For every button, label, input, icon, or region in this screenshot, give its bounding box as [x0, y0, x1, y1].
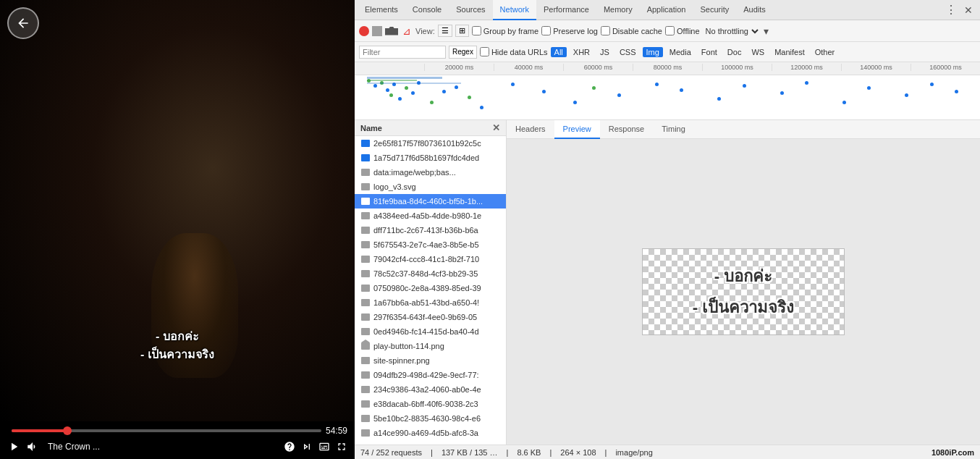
- file-row[interactable]: play-button-114.png: [355, 339, 506, 353]
- close-devtools-button[interactable]: ✕: [960, 3, 977, 17]
- regex-button[interactable]: Regex: [449, 46, 477, 59]
- file-row[interactable]: data:image/webp;bas...: [355, 165, 506, 180]
- status-requests: 74 / 252 requests: [360, 448, 422, 457]
- filter-all[interactable]: All: [551, 47, 567, 57]
- file-row[interactable]: 5be10bc2-8835-4630-98c4-e6: [355, 411, 506, 426]
- file-row[interactable]: e38dacab-6bff-40f6-9038-2c3: [355, 397, 506, 411]
- filter-input[interactable]: [359, 46, 446, 59]
- screenshot-button[interactable]: [385, 27, 398, 35]
- controls-buttons: The Crown ...: [7, 440, 347, 453]
- play-button[interactable]: [7, 440, 20, 453]
- filter-css[interactable]: CSS: [616, 47, 640, 57]
- progress-track[interactable]: [12, 429, 321, 432]
- file-row[interactable]: 0ed4946b-fc14-415d-ba40-4d: [355, 324, 506, 339]
- file-row[interactable]: dff711bc-2c67-413f-b36b-b6a: [355, 223, 506, 237]
- tab-application[interactable]: Application: [640, 0, 693, 20]
- file-name: 0750980c-2e8a-4389-85ed-39: [373, 284, 481, 292]
- file-row[interactable]: 1a67bb6a-ab51-43bd-a650-4!: [355, 295, 506, 310]
- status-size: 8.6 KB: [517, 448, 541, 457]
- file-row[interactable]: 5f675543-2e7c-4ae3-8b5e-b5: [355, 237, 506, 252]
- file-row[interactable]: 0750980c-2e8a-4389-85ed-39: [355, 281, 506, 295]
- tab-network[interactable]: Network: [493, 0, 536, 20]
- tab-timing[interactable]: Timing: [653, 120, 694, 139]
- file-name: 79042cf4-ccc8-41c1-8b2f-710: [373, 255, 479, 264]
- file-name: 234c9386-43a2-4060-ab0e-4e: [373, 385, 481, 394]
- file-row[interactable]: 78c52c37-848d-4cf3-bb29-35: [355, 266, 506, 281]
- timeline-ruler: 20000 ms 40000 ms 60000 ms 80000 ms 1000…: [355, 62, 980, 75]
- fullscreen-button[interactable]: [336, 441, 347, 452]
- file-icon: [360, 413, 371, 424]
- tab-sources[interactable]: Sources: [449, 0, 492, 20]
- tab-security[interactable]: Security: [693, 0, 736, 20]
- group-by-frame-checkbox[interactable]: [472, 26, 481, 35]
- file-icon: [360, 254, 371, 264]
- subtitle-text: - บอกค่ะ - เป็นความจริง: [140, 327, 214, 363]
- filter-bar: Regex Hide data URLs All XHR JS CSS Img …: [355, 42, 980, 62]
- file-row[interactable]: 234c9386-43a2-4060-ab0e-4e: [355, 382, 506, 397]
- filter-img[interactable]: Img: [643, 47, 663, 57]
- file-name: e38dacab-6bff-40f6-9038-2c3: [373, 400, 478, 408]
- filter-doc[interactable]: Doc: [724, 47, 745, 57]
- file-row-selected[interactable]: 81fe9baa-8d4c-460c-bf5b-1b...: [355, 194, 506, 209]
- status-bar: 74 / 252 requests | 137 KB / 135 … | 8.6…: [355, 445, 980, 459]
- file-name: 0ed4946b-fc14-415d-ba40-4d: [373, 327, 479, 336]
- ruler-mark-1: 20000 ms: [424, 64, 494, 71]
- file-row[interactable]: 094dfb29-498d-429e-9ecf-77:: [355, 368, 506, 382]
- throttle-dropdown-icon[interactable]: ▾: [764, 25, 769, 37]
- disable-cache-label: Disable cache: [612, 27, 662, 35]
- filter-icon[interactable]: ⊿: [401, 25, 413, 37]
- file-row[interactable]: 2e65f817f57f80736101b92c5c: [355, 136, 506, 151]
- file-row[interactable]: a14ce990-a469-4d5b-afc8-3a: [355, 426, 506, 440]
- tab-bar: Elements Console Sources Network Perform…: [355, 0, 980, 20]
- filter-media[interactable]: Media: [666, 47, 695, 57]
- file-list-header: Name ✕: [355, 120, 506, 136]
- filter-js[interactable]: JS: [596, 47, 613, 57]
- file-row[interactable]: a4384eed-4a5b-4dde-b980-1e: [355, 209, 506, 223]
- status-transferred: 137 KB / 135 …: [442, 448, 498, 457]
- tab-performance[interactable]: Performance: [536, 0, 596, 20]
- tab-preview[interactable]: Preview: [554, 120, 600, 139]
- devtools-panel: Elements Console Sources Network Perform…: [355, 0, 980, 459]
- preserve-log-checkbox[interactable]: [541, 26, 551, 35]
- close-file-list-button[interactable]: ✕: [492, 122, 500, 133]
- tab-headers[interactable]: Headers: [507, 120, 554, 139]
- hide-data-urls-label: Hide data URLs: [491, 48, 548, 56]
- file-row[interactable]: 1a75d717f6d58b1697fdc4ded: [355, 151, 506, 165]
- file-row[interactable]: site-spinner.png: [355, 353, 506, 368]
- file-name: 1a67bb6a-ab51-43bd-a650-4!: [373, 298, 479, 307]
- file-row[interactable]: 297f6354-643f-4ee0-9b69-05: [355, 310, 506, 324]
- file-name: 81fe9baa-8d4c-460c-bf5b-1b...: [373, 197, 483, 206]
- tab-elements[interactable]: Elements: [358, 0, 405, 20]
- controls-bar: 54:59 The Crown ...: [0, 421, 355, 459]
- throttle-select[interactable]: No throttling: [703, 26, 761, 36]
- file-row[interactable]: logo_v3.svg: [355, 180, 506, 194]
- file-name: play-button-114.png: [373, 342, 444, 350]
- filter-font[interactable]: Font: [698, 47, 721, 57]
- offline-checkbox[interactable]: [665, 26, 675, 35]
- file-name: 5be10bc2-8835-4630-98c4-e6: [373, 414, 481, 423]
- tab-memory[interactable]: Memory: [596, 0, 640, 20]
- filter-xhr[interactable]: XHR: [570, 47, 594, 57]
- view-list-button[interactable]: ☰: [438, 25, 452, 37]
- view-grid-button[interactable]: ⊞: [455, 25, 469, 37]
- disable-cache-checkbox[interactable]: [601, 26, 610, 35]
- record-button[interactable]: [359, 26, 369, 36]
- back-button[interactable]: [7, 7, 39, 39]
- hide-data-urls-checkbox[interactable]: [480, 47, 489, 56]
- volume-button[interactable]: [26, 440, 39, 453]
- filter-ws[interactable]: WS: [748, 47, 768, 57]
- subtitle-button[interactable]: [318, 441, 330, 452]
- ruler-mark-7: 140000 ms: [841, 64, 911, 71]
- skip-forward-button[interactable]: [301, 441, 313, 452]
- more-tabs-icon[interactable]: ⋮: [945, 3, 957, 17]
- detail-panel: Headers Preview Response Timing - บอกค่ะ…: [507, 120, 980, 445]
- filter-manifest[interactable]: Manifest: [771, 47, 808, 57]
- tab-audits[interactable]: Audits: [736, 0, 773, 20]
- view-label: View:: [415, 27, 435, 35]
- stop-button[interactable]: [372, 26, 382, 36]
- file-row[interactable]: 79042cf4-ccc8-41c1-8b2f-710: [355, 252, 506, 266]
- tab-response[interactable]: Response: [600, 120, 654, 139]
- help-button[interactable]: [284, 441, 295, 452]
- tab-console[interactable]: Console: [405, 0, 449, 20]
- filter-other[interactable]: Other: [811, 47, 839, 57]
